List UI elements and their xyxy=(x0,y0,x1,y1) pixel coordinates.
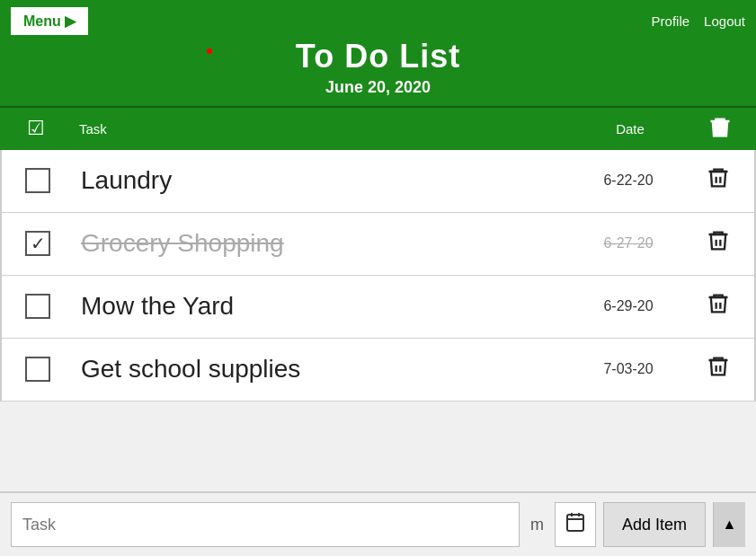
profile-link[interactable]: Profile xyxy=(652,13,690,29)
task-row: Laundry6-22-20 xyxy=(2,150,754,213)
task-row: ✓Grocery Shopping6-27-20 xyxy=(2,213,754,276)
task-checkbox[interactable] xyxy=(25,294,50,319)
task-checkbox[interactable] xyxy=(25,357,50,382)
menu-label: Menu xyxy=(23,13,61,30)
task-name: Laundry xyxy=(74,166,574,195)
check-all-icon[interactable]: ☑ xyxy=(27,117,45,139)
checkbox-cell xyxy=(2,357,74,382)
add-item-arrow-button[interactable]: ▲ xyxy=(713,502,745,547)
notification-dot xyxy=(207,49,212,54)
trash-icon xyxy=(706,165,731,190)
trash-icon xyxy=(706,354,731,379)
task-checkbox[interactable]: ✓ xyxy=(25,231,50,256)
task-name: Get school supplies xyxy=(74,355,574,384)
task-name: Mow the Yard xyxy=(74,292,574,321)
menu-arrow: ▶ xyxy=(65,13,76,30)
add-item-button[interactable]: Add Item xyxy=(603,502,706,547)
page-title: To Do List xyxy=(11,39,745,75)
task-date: 6-29-20 xyxy=(574,298,682,314)
delete-all-icon xyxy=(707,115,733,140)
task-row: Mow the Yard6-29-20 xyxy=(2,276,754,339)
checkbox-cell: ✓ xyxy=(2,231,74,256)
calendar-icon xyxy=(565,511,586,538)
checkbox-cell xyxy=(2,168,74,193)
delete-button[interactable] xyxy=(706,165,731,196)
trash-icon xyxy=(706,291,731,316)
calendar-button[interactable] xyxy=(555,502,596,547)
checkmark-icon: ✓ xyxy=(31,234,46,252)
task-checkbox[interactable] xyxy=(25,168,50,193)
menu-button[interactable]: Menu ▶ xyxy=(11,7,88,35)
delete-button[interactable] xyxy=(706,228,731,259)
add-item-label: Add Item xyxy=(622,516,687,534)
svg-rect-8 xyxy=(567,515,583,531)
delete-cell xyxy=(682,165,754,196)
task-date: 6-22-20 xyxy=(574,172,682,189)
header-nav: Profile Logout xyxy=(652,13,745,29)
column-header-check: ☑ xyxy=(0,117,72,140)
delete-cell xyxy=(682,291,754,322)
column-header-date: Date xyxy=(576,121,684,137)
task-row: Get school supplies7-03-20 xyxy=(2,339,754,402)
header: Menu ▶ Profile Logout To Do List June 20… xyxy=(0,0,756,106)
date-letter: m xyxy=(527,516,547,534)
trash-icon xyxy=(706,228,731,253)
task-date: 7-03-20 xyxy=(574,361,682,377)
column-header-task: Task xyxy=(72,121,576,137)
delete-cell xyxy=(682,354,754,384)
column-header-delete xyxy=(684,115,756,143)
delete-button[interactable] xyxy=(706,291,731,322)
task-list: Laundry6-22-20 ✓Grocery Shopping6-27-20 … xyxy=(0,150,756,402)
table-header: ☑ Task Date xyxy=(0,106,756,150)
arrow-up-icon: ▲ xyxy=(723,516,737,533)
logout-link[interactable]: Logout xyxy=(704,13,745,29)
footer: m Add Item ▲ xyxy=(0,491,756,556)
task-input[interactable] xyxy=(11,502,520,547)
delete-cell xyxy=(682,228,754,259)
delete-button[interactable] xyxy=(706,354,731,384)
checkbox-cell xyxy=(2,294,74,319)
header-date: June 20, 2020 xyxy=(11,78,745,97)
task-name: Grocery Shopping xyxy=(74,229,574,258)
task-date: 6-27-20 xyxy=(574,235,682,252)
